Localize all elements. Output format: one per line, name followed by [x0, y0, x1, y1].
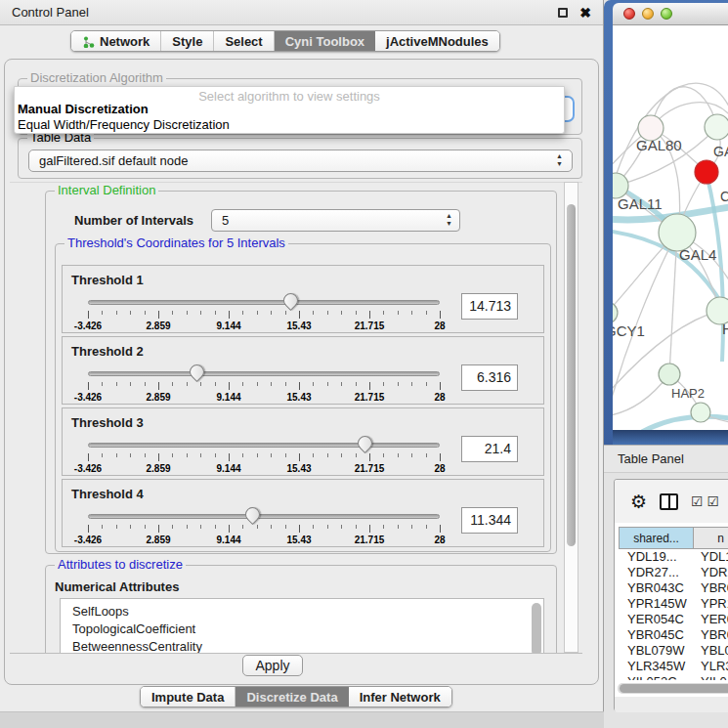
cell-name: YER0 — [694, 612, 728, 627]
tick-mark — [116, 525, 117, 529]
tick-label: -3.426 — [74, 392, 102, 403]
network-window: GAL80GAGAL11CGAL4GCY1HHAP2 — [604, 0, 728, 445]
slider-thumb[interactable] — [186, 362, 206, 382]
table-data-value: galFiltered.sif default node — [39, 153, 188, 168]
threshold-3-slider[interactable]: -3.4262.8599.14415.4321.71528 — [88, 438, 440, 473]
tick-mark — [398, 382, 399, 386]
mac-minimize-button[interactable] — [642, 8, 654, 20]
tick-mark — [383, 525, 384, 529]
list-item-topologicalcoefficient[interactable]: TopologicalCoefficient — [72, 621, 543, 638]
table-row[interactable]: YDR27...YDR2 — [619, 565, 728, 580]
tab-jactivemnodules[interactable]: jActiveMNodules — [375, 31, 499, 51]
tick-mark — [172, 453, 173, 457]
table-row[interactable]: YDL19...YDL1 — [619, 549, 728, 565]
group-title: Discretization Algorithm — [27, 71, 166, 85]
table-data-combobox[interactable]: galFiltered.sif default node ▲▼ — [28, 150, 573, 172]
threshold-2-value-field[interactable]: 6.316 — [461, 364, 518, 391]
tick-mark — [299, 382, 300, 390]
dropdown-item-equal-width-frequency[interactable]: Equal Width/Frequency Discretization — [18, 117, 230, 132]
cell-shared-name: YBL079W — [619, 643, 694, 659]
threshold-4-slider[interactable]: -3.4262.8599.14415.4321.71528 — [88, 509, 440, 544]
slider-track[interactable] — [88, 371, 440, 376]
tick-mark — [341, 453, 342, 457]
checkbox-checked-icon[interactable]: ☑ — [691, 494, 704, 508]
tab-cyni-toolbox[interactable]: Cyni Toolbox — [275, 31, 375, 51]
slider-track[interactable] — [88, 300, 440, 305]
tab-select[interactable]: Select — [214, 31, 274, 51]
tick-mark — [369, 311, 370, 319]
table-row[interactable]: YIL052CYIL0 — [619, 674, 728, 680]
network-node[interactable] — [613, 302, 618, 323]
tick-mark — [313, 453, 314, 457]
scrollbar-thumb[interactable] — [620, 684, 728, 693]
number-of-intervals-spinner[interactable]: 5 ▲▼ — [211, 209, 460, 232]
dropdown-item-manual-discretization[interactable]: Manual Discretization — [18, 102, 149, 116]
cell-shared-name: YPR145W — [619, 596, 694, 612]
tab-network[interactable]: Network — [71, 31, 161, 51]
tick-mark — [411, 382, 412, 386]
node-label: GA — [713, 144, 728, 159]
mac-zoom-button[interactable] — [661, 8, 672, 20]
slider-track[interactable] — [88, 443, 440, 448]
split-view-icon[interactable] — [660, 493, 678, 510]
mac-close-button[interactable] — [623, 8, 635, 20]
table-row[interactable]: YER054CYER0 — [619, 612, 728, 627]
slider-thumb[interactable] — [242, 504, 263, 525]
table-rows: YDL19...YDL1YDR27...YDR2YBR043CYBR0YPR14… — [619, 549, 728, 680]
checkbox-checked-icon[interactable]: ☑ — [707, 494, 720, 508]
tick-mark — [341, 525, 342, 529]
list-item-selfloops[interactable]: SelfLoops — [72, 603, 543, 621]
network-node[interactable] — [691, 403, 710, 422]
table-row[interactable]: YBR045CYBR0 — [619, 627, 728, 643]
algorithm-dropdown-popup: Select algorithm to view settings Manual… — [14, 86, 565, 134]
list-scrollbar-thumb[interactable] — [532, 603, 541, 653]
tick-mark — [145, 525, 146, 529]
network-node[interactable] — [695, 160, 718, 184]
slider-thumb[interactable] — [280, 290, 301, 311]
tab-style[interactable]: Style — [161, 31, 214, 51]
node-label: HAP2 — [671, 386, 705, 401]
tick-mark — [327, 525, 328, 529]
table-row[interactable]: YPR145WYPR1 — [619, 596, 728, 612]
tick-label: 28 — [434, 463, 445, 474]
tick-label: -3.426 — [74, 535, 102, 545]
numerical-attributes-list[interactable]: SelfLoopsTopologicalCoefficientBetweenne… — [60, 598, 544, 653]
slider-ticks — [88, 453, 440, 462]
network-node[interactable] — [659, 364, 680, 385]
combo-arrows-icon: ▲▼ — [556, 152, 563, 168]
column-header-n[interactable]: n — [694, 527, 728, 549]
scrollbar-thumb[interactable] — [567, 204, 576, 546]
column-header-shared-[interactable]: shared... — [619, 527, 694, 549]
network-node[interactable] — [705, 114, 728, 140]
network-canvas[interactable]: GAL80GAGAL11CGAL4GCY1HHAP2 — [613, 25, 728, 430]
tick-mark — [102, 453, 103, 457]
apply-button[interactable]: Apply — [242, 655, 303, 676]
table-row[interactable]: YBR043CYBR0 — [619, 580, 728, 596]
tab-impute-data[interactable]: Impute Data — [141, 687, 236, 707]
tab-discretize-data[interactable]: Discretize Data — [236, 687, 348, 707]
tick-mark — [426, 525, 427, 529]
table-row[interactable]: YLR345WYLR3 — [619, 659, 728, 674]
tick-label: 9.144 — [216, 392, 240, 403]
settings-vertical-scrollbar[interactable] — [564, 182, 578, 653]
tick-mark — [158, 311, 159, 319]
threshold-1-slider[interactable]: -3.4262.8599.14415.4321.71528 — [88, 295, 440, 330]
gear-icon[interactable]: ⚙ — [630, 492, 647, 511]
cell-name: YIL0 — [694, 674, 728, 680]
threshold-1-value-field[interactable]: 14.713 — [461, 293, 518, 320]
threshold-4-value-field[interactable]: 11.344 — [461, 507, 518, 534]
list-item-betweennesscentrality[interactable]: BetweennessCentrality — [72, 638, 543, 653]
slider-thumb[interactable] — [355, 433, 375, 453]
tab-infer-network[interactable]: Infer Network — [349, 687, 451, 707]
cell-shared-name: YIL052C — [619, 674, 694, 680]
node-label: GCY1 — [613, 322, 645, 339]
threshold-2-slider[interactable]: -3.4262.8599.14415.4321.71528 — [88, 366, 440, 402]
threshold-3-value-field[interactable]: 21.4 — [461, 436, 518, 462]
tick-mark — [88, 525, 89, 533]
cell-name: YBR0 — [694, 580, 728, 596]
close-icon[interactable]: ✖ — [579, 8, 591, 18]
table-horizontal-scrollbar[interactable] — [618, 683, 728, 694]
slider-track[interactable] — [88, 514, 440, 519]
float-window-icon[interactable] — [558, 8, 568, 18]
table-row[interactable]: YBL079WYBL0 — [619, 643, 728, 659]
